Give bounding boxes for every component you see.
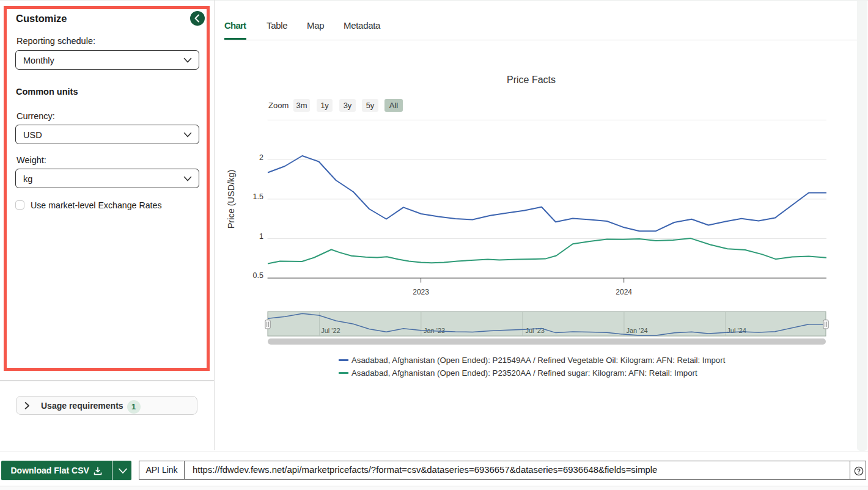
svg-text:Jan '24: Jan '24	[627, 327, 648, 334]
svg-text:Price (USD/kg): Price (USD/kg)	[226, 170, 236, 229]
svg-text:Jul '23: Jul '23	[526, 327, 545, 334]
svg-text:Jul '24: Jul '24	[727, 327, 746, 334]
svg-text:2: 2	[259, 153, 263, 162]
svg-text:0.5: 0.5	[253, 271, 263, 280]
svg-text:2024: 2024	[616, 288, 632, 296]
svg-text:Jul '22: Jul '22	[321, 327, 340, 334]
svg-text:1: 1	[259, 232, 263, 241]
svg-text:2023: 2023	[413, 288, 429, 296]
svg-text:1.5: 1.5	[253, 192, 263, 201]
